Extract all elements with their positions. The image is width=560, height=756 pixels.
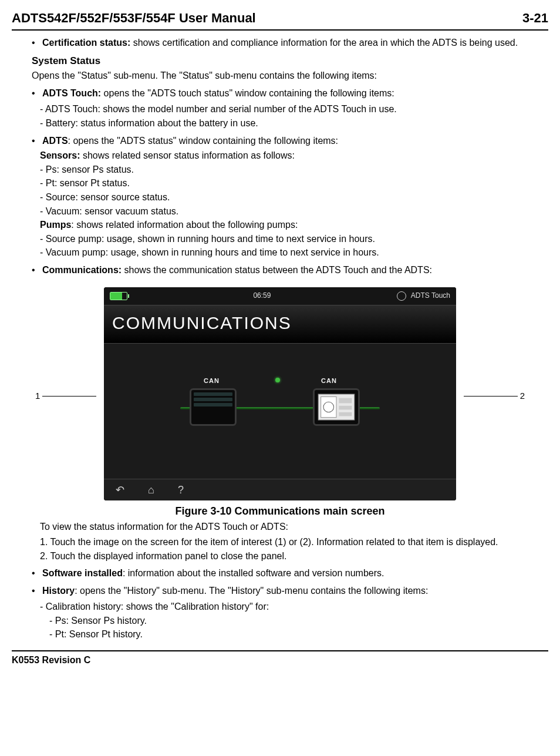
adts-touch-screen: 06:59 ADTS Touch COMMUNICATIONS CAN CAN — [104, 287, 456, 501]
help-icon[interactable]: ? — [178, 483, 184, 497]
history-desc: : opens the "History" sub-menu. The "His… — [75, 586, 428, 596]
status-right: ADTS Touch — [397, 291, 450, 300]
sensors-desc: shows related sensor status information … — [80, 150, 295, 160]
cal-history-pt: - Pt: Sensor Pt history. — [49, 628, 548, 641]
cert-status-desc: shows certification and compliance infor… — [130, 38, 518, 48]
system-status-heading: System Status — [32, 55, 548, 68]
battery-icon — [110, 292, 127, 300]
adts-desc: : opens the "ADTS status" window contain… — [68, 136, 338, 146]
software-installed-desc: : information about the installed softwa… — [123, 568, 384, 578]
sensors-label: Sensors: — [40, 150, 80, 160]
software-installed-label: Software installed — [42, 568, 123, 578]
page-header: ADTS542F/552F/553F/554F User Manual 3-21 — [12, 9, 548, 31]
svg-rect-3 — [339, 398, 352, 404]
bullet-adts-touch: • ADTS Touch: opens the "ADTS touch stat… — [32, 87, 548, 100]
bullet-cert-status: • Certification status: shows certificat… — [32, 36, 548, 49]
can-label-right: CAN — [321, 377, 337, 385]
bullet-dot: • — [32, 567, 42, 580]
adts-touch-label: ADTS Touch: — [42, 88, 101, 98]
bullet-text: ADTS: opens the "ADTS status" window con… — [42, 135, 548, 147]
bullet-dot: • — [32, 36, 42, 49]
status-led-icon — [275, 378, 280, 382]
sensor-pt: - Pt: sensor Pt status. — [40, 177, 548, 190]
adts-touch-sub2: - Battery: status information about the … — [40, 117, 548, 130]
adts-touch-desc: opens the "ADTS touch status" window con… — [101, 88, 394, 98]
bottom-nav-bar: ↶ ⌂ ? — [104, 479, 456, 500]
bullet-history: • History: opens the "History" sub-menu.… — [32, 584, 548, 597]
cert-status-label: Certification status: — [42, 38, 130, 48]
bullet-dot: • — [32, 264, 42, 277]
step-2: 2. Touch the displayed information panel… — [40, 550, 548, 563]
status-time: 06:59 — [253, 291, 271, 300]
ge-logo-icon — [397, 291, 406, 301]
adts-unit-node[interactable] — [313, 388, 360, 426]
sensors-line: Sensors: shows related sensor status inf… — [40, 149, 548, 162]
step-1: 1. Touch the image on the screen for the… — [40, 536, 548, 549]
pumps-desc: : shows related information about the fo… — [71, 220, 298, 230]
page-number: 3-21 — [522, 9, 548, 27]
adts-touch-node[interactable] — [190, 388, 237, 426]
cal-history-ps: - Ps: Sensor Ps history. — [49, 614, 548, 627]
bullet-text: Certification status: shows certificatio… — [42, 36, 548, 49]
callout-2-label: 2 — [520, 390, 525, 402]
comms-desc: shows the communication status between t… — [122, 265, 432, 275]
can-label-left: CAN — [204, 377, 220, 385]
source-pump: - Source pump: usage, shown in running h… — [40, 233, 548, 246]
device-brand: ADTS Touch — [411, 291, 450, 300]
callout-line — [464, 396, 518, 397]
callout-2: 2 — [461, 390, 525, 402]
figure-caption: Figure 3-10 Communications main screen — [12, 504, 548, 518]
manual-title: ADTS542F/552F/553F/554F User Manual — [12, 9, 256, 27]
bullet-text: ADTS Touch: opens the "ADTS touch status… — [42, 87, 548, 100]
figure-communications: 1 2 06:59 ADTS Touch COMMUNICATIONS CAN … — [12, 287, 548, 501]
callout-line — [42, 396, 96, 397]
bullet-text: History: opens the "History" sub-menu. T… — [42, 584, 548, 597]
bullet-dot: • — [32, 87, 42, 100]
bullet-dot: • — [32, 584, 42, 597]
screen-main: CAN CAN — [104, 344, 456, 479]
history-label: History — [42, 586, 75, 596]
system-status-intro: Opens the "Status" sub-menu. The "Status… — [32, 69, 548, 82]
pumps-line: Pumps: shows related information about t… — [40, 219, 548, 231]
svg-rect-4 — [339, 406, 352, 410]
bullet-adts: • ADTS: opens the "ADTS status" window c… — [32, 135, 548, 147]
comms-label: Communications: — [42, 265, 122, 275]
cal-history: - Calibration history: shows the "Calibr… — [40, 600, 548, 613]
status-bar: 06:59 ADTS Touch — [104, 287, 456, 305]
callout-1-label: 1 — [35, 390, 40, 402]
adts-touch-sub1: - ADTS Touch: shows the model number and… — [40, 103, 548, 116]
bullet-text: Communications: shows the communication … — [42, 264, 548, 277]
post-fig-intro: To view the status information for the A… — [40, 520, 548, 533]
vacuum-pump: - Vacuum pump: usage, shown in running h… — [40, 246, 548, 259]
pumps-label: Pumps — [40, 220, 71, 230]
sensor-vacuum: - Vacuum: sensor vacuum status. — [40, 205, 548, 218]
sensor-ps: - Ps: sensor Ps status. — [40, 163, 548, 176]
home-icon[interactable]: ⌂ — [148, 483, 154, 497]
adts-label: ADTS — [42, 136, 68, 146]
sensor-source: - Source: sensor source status. — [40, 191, 548, 204]
svg-rect-5 — [339, 412, 352, 416]
footer-revision: K0553 Revision C — [12, 654, 548, 667]
bullet-dot: • — [32, 135, 42, 147]
bullet-text: Software installed: information about th… — [42, 567, 548, 580]
bullet-communications: • Communications: shows the communicatio… — [32, 264, 548, 277]
screen-title: COMMUNICATIONS — [104, 305, 456, 344]
footer-divider — [12, 650, 548, 651]
bullet-software-installed: • Software installed: information about … — [32, 567, 548, 580]
back-icon[interactable]: ↶ — [116, 483, 124, 497]
callout-1: 1 — [35, 390, 99, 402]
